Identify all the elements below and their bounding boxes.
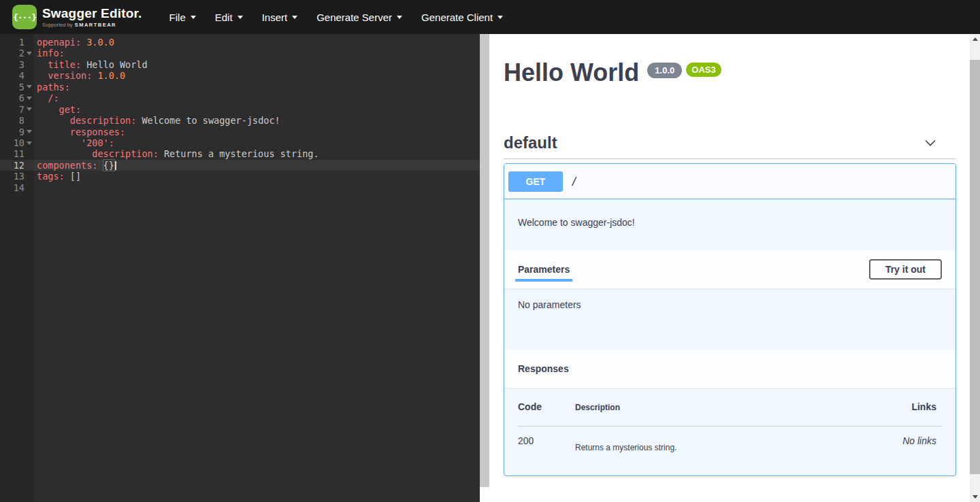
- editor-line[interactable]: 13tags: []: [0, 171, 480, 182]
- vertical-scrollbar[interactable]: [970, 34, 980, 502]
- editor-line[interactable]: 12components: {}: [0, 160, 480, 171]
- line-number: 8: [19, 115, 24, 126]
- operation-description: Welcome to swagger-jsdoc!: [504, 199, 956, 250]
- chevron-down-icon[interactable]: [924, 136, 937, 150]
- caret-down-icon: [497, 16, 503, 19]
- token-key: responses:: [70, 127, 125, 137]
- editor-line[interactable]: 10 '200':: [0, 137, 480, 148]
- line-number: 11: [14, 148, 24, 159]
- editor-line[interactable]: 7 get:: [0, 104, 480, 115]
- code-line-text: version: 1.0.0: [34, 70, 480, 81]
- menu-bar: FileEditInsertGenerate ServerGenerate Cl…: [160, 6, 513, 29]
- code-line-text: [34, 182, 480, 193]
- menu-file[interactable]: File: [160, 6, 206, 29]
- token-key: openapi:: [37, 37, 86, 48]
- responses-title: Responses: [518, 363, 569, 374]
- token-key: description:: [92, 148, 164, 159]
- scroll-up-button[interactable]: [970, 34, 980, 44]
- brand-text: Swagger Editor. Supported bySMARTBEAR: [42, 6, 142, 28]
- app-title: Swagger Editor.: [42, 6, 142, 21]
- splitter-bar[interactable]: [480, 34, 489, 487]
- token-key: title:: [48, 59, 86, 70]
- line-number-cell: 10: [0, 137, 34, 148]
- line-number-cell: 13: [0, 171, 34, 182]
- token-key: get:: [59, 104, 82, 115]
- code-line-text: paths:: [34, 82, 480, 93]
- line-number-cell: 11: [0, 148, 34, 159]
- title-badges: 1.0.0 OAS3: [647, 63, 721, 78]
- scrollbar-thumb[interactable]: [970, 60, 980, 474]
- menu-generate-server[interactable]: Generate Server: [307, 6, 412, 29]
- tag-section-default[interactable]: default: [504, 133, 956, 159]
- menu-label: Generate Client: [421, 12, 493, 23]
- code-editor[interactable]: 1openapi: 3.0.02info:3 title: Hello Worl…: [0, 34, 480, 502]
- editor-line[interactable]: 4 version: 1.0.0: [0, 70, 480, 81]
- fold-arrow-icon[interactable]: [27, 107, 32, 111]
- editor-line[interactable]: 5paths:: [0, 82, 480, 93]
- no-parameters-message: No parameters: [504, 288, 956, 350]
- swagger-braces-icon: {···}: [12, 5, 37, 29]
- response-links: No links: [902, 426, 942, 452]
- main-split: 1openapi: 3.0.02info:3 title: Hello Worl…: [0, 34, 980, 502]
- fold-arrow-icon[interactable]: [27, 130, 32, 133]
- editor-line[interactable]: 6 /:: [0, 93, 480, 103]
- line-number-cell: 9: [0, 127, 34, 137]
- code-line-text: description: Welcome to swagger-jsdoc!: [34, 115, 480, 126]
- line-number: 6: [19, 93, 24, 103]
- menu-generate-client[interactable]: Generate Client: [412, 6, 512, 29]
- token-plain: [37, 115, 70, 126]
- operation-summary[interactable]: GET /: [504, 164, 956, 199]
- fold-arrow-icon[interactable]: [27, 85, 32, 88]
- response-code: 200: [518, 426, 575, 452]
- editor-line[interactable]: 11 description: Returns a mysterious str…: [0, 148, 480, 159]
- response-description: Returns a mysterious string.: [575, 426, 902, 452]
- editor-line[interactable]: 14: [0, 182, 480, 193]
- editor-lines: 1openapi: 3.0.02info:3 title: Hello Worl…: [0, 37, 480, 193]
- token-key: '200':: [81, 137, 114, 148]
- editor-line[interactable]: 8 description: Welcome to swagger-jsdoc!: [0, 115, 480, 126]
- token-key: description:: [70, 115, 142, 126]
- token-num: 1.0.0: [97, 70, 125, 81]
- code-line-text: info:: [34, 48, 480, 58]
- scroll-down-button[interactable]: [970, 492, 980, 502]
- editor-line[interactable]: 1openapi: 3.0.0: [0, 37, 480, 48]
- parameters-header: Parameters Try it out: [504, 250, 956, 288]
- token-key: paths:: [37, 82, 70, 93]
- line-number: 3: [19, 59, 24, 70]
- page-title: Hello World: [504, 58, 639, 87]
- token-key: /:: [48, 93, 59, 103]
- code-line-text: '200':: [34, 137, 480, 148]
- line-number-cell: 5: [0, 82, 34, 93]
- editor-line[interactable]: 9 responses:: [0, 127, 480, 137]
- code-line-text: openapi: 3.0.0: [34, 37, 480, 48]
- line-number: 7: [19, 104, 24, 115]
- responses-table: Code Description Links 200Returns a myst…: [518, 400, 942, 452]
- menu-edit[interactable]: Edit: [206, 6, 252, 29]
- preview-content: Hello World 1.0.0 OAS3 default GET / Wel…: [489, 34, 970, 476]
- editor-line[interactable]: 3 title: Hello World: [0, 59, 480, 70]
- try-it-out-button[interactable]: Try it out: [869, 259, 942, 280]
- swagger-editor-logo[interactable]: {···} Swagger Editor. Supported bySMARTB…: [12, 5, 142, 29]
- code-line-text: tags: []: [34, 171, 480, 182]
- token-plain: [37, 137, 81, 148]
- fold-arrow-icon[interactable]: [27, 141, 32, 145]
- line-number: 9: [19, 127, 24, 137]
- line-number-cell: 8: [0, 115, 34, 126]
- line-number: 4: [19, 70, 24, 81]
- token-plain: Hello World: [86, 59, 147, 70]
- editor-line[interactable]: 2info:: [0, 48, 480, 58]
- pane-splitter[interactable]: [480, 34, 489, 502]
- token-plain: [37, 59, 48, 70]
- menu-insert[interactable]: Insert: [252, 6, 308, 29]
- api-info: Hello World 1.0.0 OAS3: [504, 58, 956, 87]
- logo-glyph: {···}: [13, 12, 36, 22]
- tab-parameters[interactable]: Parameters: [518, 264, 570, 275]
- fold-arrow-icon[interactable]: [27, 97, 32, 100]
- token-plain: [37, 93, 48, 103]
- oas3-badge: OAS3: [686, 63, 721, 77]
- line-number-cell: 14: [0, 182, 34, 193]
- column-header-code: Code: [518, 400, 575, 426]
- method-badge: GET: [508, 171, 563, 192]
- line-number: 12: [14, 160, 24, 171]
- fold-arrow-icon[interactable]: [27, 52, 32, 55]
